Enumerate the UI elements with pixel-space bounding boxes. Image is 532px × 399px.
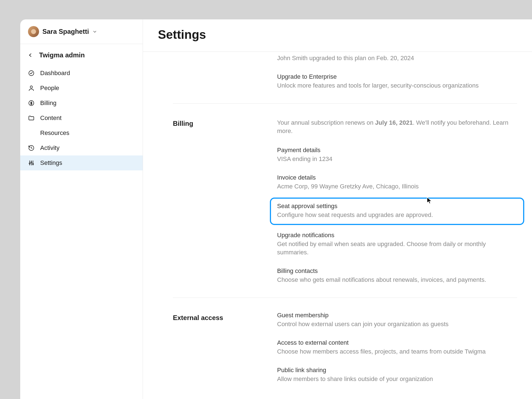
sliders-icon xyxy=(28,160,35,166)
sidebar-item-label: People xyxy=(40,85,59,92)
guest-membership-row[interactable]: Guest membership Control how external us… xyxy=(277,310,517,334)
sidebar-item-label: Content xyxy=(40,114,62,122)
app-window: Sara Spaghetti Twigma admin Dashboard xyxy=(20,19,532,399)
main-content: Settings John Smith upgraded to this pla… xyxy=(143,19,532,399)
user-menu[interactable]: Sara Spaghetti xyxy=(20,19,143,44)
svg-point-5 xyxy=(32,163,34,165)
sidebar-item-dashboard[interactable]: Dashboard xyxy=(20,66,143,81)
billing-contacts-row[interactable]: Billing contacts Choose who gets email n… xyxy=(277,262,517,290)
nav-list: Dashboard People Billing Content xyxy=(20,63,143,173)
plan-section-fragment: John Smith upgraded to this plan on Feb.… xyxy=(277,52,517,103)
page-title: Settings xyxy=(158,28,517,42)
sidebar-item-label: Settings xyxy=(40,159,62,167)
upgrade-notifications-row[interactable]: Upgrade notifications Get notified by em… xyxy=(277,227,517,263)
sidebar-item-label: Billing xyxy=(40,99,57,107)
section-label-billing: Billing xyxy=(173,116,277,290)
chevron-down-icon xyxy=(93,30,97,34)
sidebar-item-activity[interactable]: Activity xyxy=(20,140,143,155)
workspace-back[interactable]: Twigma admin xyxy=(20,44,143,63)
person-icon xyxy=(28,85,35,91)
sidebar-item-billing[interactable]: Billing xyxy=(20,96,143,111)
plan-upgrade-info: John Smith upgraded to this plan on Feb.… xyxy=(277,52,517,68)
workspace-name: Twigma admin xyxy=(39,51,85,59)
public-link-row[interactable]: Public link sharing Allow members to sha… xyxy=(277,362,517,389)
sidebar-item-label: Dashboard xyxy=(40,70,70,77)
folder-icon xyxy=(28,115,35,121)
chevron-left-icon xyxy=(28,53,32,57)
external-content-row[interactable]: Access to external content Choose how me… xyxy=(277,334,517,362)
billing-section: Billing Your annual subscription renews … xyxy=(173,103,517,298)
renewal-info: Your annual subscription renews on July … xyxy=(277,116,517,142)
check-circle-icon xyxy=(28,70,35,76)
sidebar: Sara Spaghetti Twigma admin Dashboard xyxy=(20,19,143,399)
settings-content: John Smith upgraded to this plan on Feb.… xyxy=(143,52,532,399)
user-name: Sara Spaghetti xyxy=(42,28,89,35)
page-header: Settings xyxy=(143,19,532,52)
external-access-section: External access Guest membership Control… xyxy=(173,298,517,397)
sidebar-item-label: Activity xyxy=(40,144,60,152)
avatar xyxy=(28,26,39,37)
section-label-external: External access xyxy=(173,310,277,389)
seat-approval-row[interactable]: Seat approval settings Configure how sea… xyxy=(270,198,524,225)
sidebar-item-people[interactable]: People xyxy=(20,81,143,96)
sidebar-item-content[interactable]: Content xyxy=(20,111,143,126)
sidebar-item-settings[interactable]: Settings xyxy=(20,155,143,170)
upgrade-enterprise-row[interactable]: Upgrade to Enterprise Unlock more featur… xyxy=(277,68,517,96)
svg-point-3 xyxy=(29,163,30,164)
dollar-circle-icon xyxy=(28,100,35,106)
history-icon xyxy=(28,145,35,151)
svg-point-1 xyxy=(30,86,32,88)
sidebar-item-resources[interactable]: Resources xyxy=(20,126,143,140)
svg-point-4 xyxy=(31,162,32,163)
invoice-details-row[interactable]: Invoice details Acme Corp, 99 Wayne Gret… xyxy=(277,169,517,196)
payment-details-row[interactable]: Payment details VISA ending in 1234 xyxy=(277,142,517,169)
sidebar-item-label: Resources xyxy=(40,129,69,137)
